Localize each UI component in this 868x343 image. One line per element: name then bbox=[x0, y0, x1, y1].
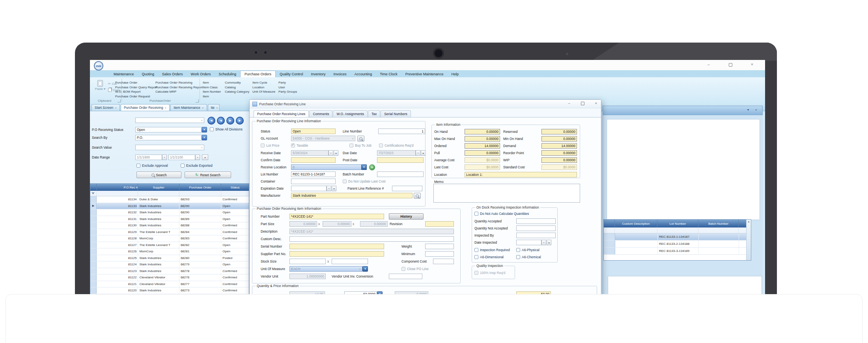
inspection-required-checkbox[interactable]: Inspection Required bbox=[474, 248, 510, 252]
container-field[interactable] bbox=[291, 179, 336, 184]
revision-field[interactable] bbox=[425, 221, 454, 227]
po-grid-row[interactable]: ▶ 81121 Cleveland Vibrator 68277 Confirm… bbox=[90, 281, 249, 288]
expiration-date-field[interactable] bbox=[291, 186, 327, 191]
a6-physical-checkbox[interactable]: A6-Physical bbox=[516, 248, 539, 252]
row-selector[interactable]: ▶ bbox=[90, 287, 97, 294]
menu-item[interactable]: Quoting bbox=[138, 71, 159, 77]
menu-item[interactable]: Quality Control bbox=[276, 71, 307, 77]
po-grid-row[interactable]: ▶ 81133 Stark Industries 68290 Open bbox=[90, 203, 249, 210]
date-spinner[interactable]: • bbox=[416, 150, 420, 156]
row-selector[interactable]: ▶ bbox=[90, 229, 97, 235]
first-record-button[interactable]: ◀ bbox=[207, 117, 215, 125]
ribbon-command[interactable]: W.O. BOM Report bbox=[115, 89, 157, 94]
row-selector[interactable] bbox=[604, 233, 615, 240]
po-grid-filter-row[interactable] bbox=[90, 191, 249, 196]
column-header[interactable]: Batch Number bbox=[698, 220, 739, 227]
po-grid-row[interactable]: ▶ 81129 The Estelle Leonard T 68284 Conf… bbox=[90, 229, 249, 236]
date-to-spinner[interactable]: • bbox=[195, 155, 200, 160]
reserved-field[interactable]: 0.00000 bbox=[541, 129, 577, 134]
date-spinner[interactable]: • bbox=[329, 150, 333, 156]
ribbon-command[interactable]: User bbox=[278, 85, 297, 90]
row-selector[interactable]: ▶ bbox=[90, 261, 97, 268]
row-selector[interactable]: ▶ bbox=[90, 196, 97, 203]
document-tab[interactable]: Start Screen× bbox=[91, 104, 120, 111]
po-receiving-status-select[interactable]: Open▼ bbox=[135, 127, 207, 132]
paste-button[interactable]: Paste ▾ bbox=[94, 80, 106, 91]
menu-item[interactable]: Time Clock bbox=[376, 71, 401, 77]
column-header[interactable]: Custom Description bbox=[615, 220, 657, 227]
dialog-tab[interactable]: Comments bbox=[309, 110, 332, 117]
dialog-maximize-button[interactable] bbox=[581, 102, 584, 105]
inspected-by-field[interactable] bbox=[516, 233, 556, 238]
lot-grid-scrollbar[interactable]: ▲ bbox=[746, 220, 751, 260]
vendor-unit-field[interactable]: 1.00000000 bbox=[289, 274, 326, 279]
date-inspected-field[interactable] bbox=[516, 240, 541, 245]
row-selector[interactable]: ▶ bbox=[90, 235, 97, 242]
po-grid-row[interactable]: ▶ 81134 Duke & Duke 68293 Confirmed bbox=[90, 196, 249, 203]
chevron-down-icon[interactable]: ▼ bbox=[361, 164, 367, 170]
row-selector[interactable]: ▶ bbox=[90, 222, 97, 229]
supplier-part-field[interactable] bbox=[289, 251, 384, 257]
date-dropdown[interactable]: ▾ bbox=[421, 150, 426, 156]
parent-line-ref-field[interactable] bbox=[392, 186, 422, 191]
maximize-button[interactable] bbox=[729, 63, 732, 68]
row-selector[interactable]: ▶ bbox=[90, 248, 97, 255]
qty-not-accepted-field[interactable] bbox=[516, 226, 556, 231]
po-grid-row[interactable]: ▶ 81128 MomCorp 68283 Confirmed bbox=[90, 235, 249, 242]
tab-close-icon[interactable]: × bbox=[202, 106, 204, 110]
gl-account-combo[interactable]: 54000 - COS - Hardware× bbox=[291, 136, 355, 141]
po-grid-row[interactable]: ▶ 81126 MomCorp 68281 Open bbox=[90, 248, 249, 255]
menu-item[interactable]: Help bbox=[447, 71, 463, 77]
row-selector[interactable]: ▶ bbox=[90, 255, 97, 261]
lot-number-field[interactable]: REC 81133-1-134187 bbox=[291, 172, 336, 177]
ribbon-command[interactable]: Purchase Order Request bbox=[115, 94, 157, 99]
date-dropdown[interactable]: ▾ bbox=[332, 186, 336, 191]
ribbon-command[interactable]: Item bbox=[203, 80, 221, 85]
receive-location-combo[interactable]: 0 bbox=[291, 164, 367, 170]
row-selector[interactable] bbox=[604, 240, 615, 247]
row-selector[interactable]: ▶ bbox=[90, 216, 97, 222]
memo-textarea[interactable] bbox=[433, 184, 580, 203]
date-range-dropdown[interactable]: ▾ bbox=[202, 155, 208, 160]
date-to-input[interactable]: 1/1/2100 bbox=[168, 155, 195, 160]
ribbon-command[interactable]: Purchase Order Receiving Report bbox=[155, 85, 203, 90]
row-selector[interactable] bbox=[604, 248, 615, 254]
ribbon-command[interactable]: Purchase Order Query Report bbox=[115, 85, 157, 90]
on-hand-field[interactable]: 0.00000 bbox=[465, 129, 500, 134]
serial-number-field[interactable] bbox=[289, 244, 384, 249]
dialog-tab[interactable]: Serial Numbers bbox=[381, 110, 411, 117]
quick-search-input[interactable]: × bbox=[135, 117, 204, 123]
po-grid-row[interactable]: ▶ 81127 The Estelle Leonard T 68282 Open bbox=[90, 242, 249, 249]
document-tab[interactable]: Item Maintenance× bbox=[170, 104, 207, 111]
last-record-button[interactable]: ▶ bbox=[236, 117, 244, 125]
ribbon-command[interactable]: Party bbox=[278, 80, 297, 85]
chevron-down-icon[interactable]: ▼ bbox=[202, 135, 207, 140]
ribbon-command[interactable]: Item bbox=[203, 94, 221, 99]
a6-chemical-checkbox[interactable]: A6-Chemical bbox=[516, 255, 541, 259]
column-header[interactable]: Lot Number bbox=[657, 220, 698, 227]
search-value-input[interactable]: × bbox=[135, 145, 204, 150]
weight-field[interactable] bbox=[425, 244, 454, 249]
manufacturer-lookup-button[interactable] bbox=[414, 193, 421, 199]
po-grid-row[interactable]: ▶ 81123 Stark Industries 68278 Confirmed bbox=[90, 268, 249, 275]
demand-field[interactable]: 14.00000 bbox=[541, 143, 577, 149]
po-grid-row[interactable]: ▶ 81125 Stark Industries 68280 Posted bbox=[90, 255, 249, 262]
ribbon-command[interactable]: Location bbox=[252, 85, 275, 90]
po-grid-row[interactable]: ▶ 81124 Stark Industries 68279 Open bbox=[90, 261, 249, 268]
tab-menu-icon[interactable]: ▾ bbox=[747, 108, 749, 112]
show-all-divisions-checkbox[interactable]: Show All Divisions bbox=[210, 127, 249, 131]
dialog-tab[interactable]: Tax bbox=[368, 110, 380, 117]
batch-number-field[interactable] bbox=[377, 172, 424, 177]
custom-desc-field[interactable] bbox=[289, 236, 454, 242]
dialog-tab[interactable]: Purchase Order Receiving Lines bbox=[254, 110, 309, 117]
search-button[interactable]: Search bbox=[136, 172, 181, 178]
tab-close-icon[interactable]: × bbox=[216, 106, 218, 110]
close-po-line-checkbox[interactable]: Close PO Line bbox=[401, 267, 429, 271]
menu-item[interactable]: Invoices bbox=[330, 71, 351, 77]
clear-icon[interactable]: × bbox=[201, 146, 203, 149]
lot-grid-row[interactable]: REC 81133-3-134189 bbox=[604, 248, 746, 255]
po-grid-row[interactable]: ▶ 81122 Cleveland Vibrator 68276 Confirm… bbox=[90, 274, 249, 281]
status-field[interactable]: Open bbox=[291, 129, 336, 134]
location-field[interactable]: Location 1: bbox=[465, 172, 577, 177]
vendor-conv-field[interactable] bbox=[389, 274, 422, 279]
